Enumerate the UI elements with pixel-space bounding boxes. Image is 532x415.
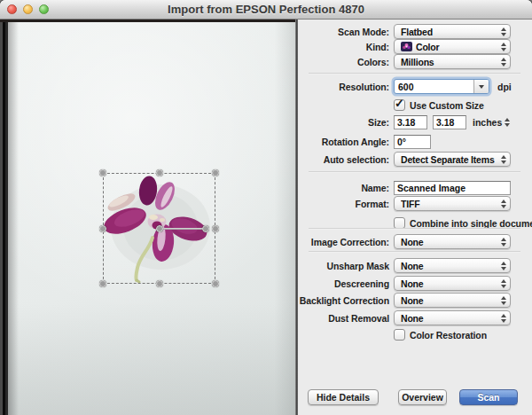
name-label: Name: bbox=[298, 183, 394, 193]
dropdown-arrow-icon bbox=[479, 85, 484, 89]
separator bbox=[309, 73, 520, 74]
unsharp-mask-popup[interactable]: None bbox=[394, 258, 511, 273]
selection-handle-nw[interactable] bbox=[99, 169, 106, 176]
scanner-bed-top-edge bbox=[0, 20, 295, 22]
settings-panel: Scan Mode: Flatbed Kind: bbox=[298, 20, 532, 415]
image-correction-label: Image Correction: bbox=[298, 237, 394, 247]
color-restoration-checkbox[interactable]: ✓ bbox=[394, 329, 405, 341]
dpi-unit-label: dpi bbox=[497, 82, 512, 92]
rotation-angle-field[interactable] bbox=[394, 135, 431, 149]
auto-selection-popup[interactable]: Detect Separate Items bbox=[394, 152, 511, 167]
scan-mode-label: Scan Mode: bbox=[298, 27, 394, 37]
scan-mode-row: Scan Mode: Flatbed bbox=[298, 24, 511, 39]
unit-stepper-icon[interactable] bbox=[505, 118, 510, 127]
popup-stepper-icon bbox=[501, 279, 506, 288]
format-row: Format: TIFF bbox=[298, 196, 511, 211]
kind-popup[interactable]: Color bbox=[394, 39, 511, 54]
popup-stepper-icon bbox=[501, 155, 506, 164]
dust-removal-row: Dust Removal None bbox=[298, 310, 511, 325]
scan-preview-area[interactable] bbox=[0, 20, 295, 415]
dust-removal-popup[interactable]: None bbox=[394, 310, 511, 325]
color-restoration-label: Color Restoration bbox=[410, 330, 487, 341]
dust-removal-label: Dust Removal bbox=[298, 313, 394, 324]
popup-stepper-icon bbox=[501, 43, 506, 51]
selection-handle-w[interactable] bbox=[99, 225, 106, 232]
separator bbox=[309, 171, 520, 173]
window-title: Import from EPSON Perfection 4870 bbox=[0, 0, 532, 19]
selection-handle-n[interactable] bbox=[156, 169, 163, 176]
size-width-field[interactable] bbox=[394, 115, 427, 129]
selection-handle-se[interactable] bbox=[212, 280, 219, 287]
size-height-field[interactable] bbox=[433, 115, 466, 129]
colors-row: Colors: Millions bbox=[298, 54, 511, 69]
selection-handle-s[interactable] bbox=[156, 280, 163, 287]
popup-stepper-icon bbox=[501, 296, 506, 305]
popup-stepper-icon bbox=[501, 27, 506, 36]
selection-rotate-handle[interactable] bbox=[202, 225, 209, 232]
use-custom-size-checkbox[interactable]: ✓ bbox=[394, 99, 405, 111]
hide-details-button[interactable]: Hide Details bbox=[308, 389, 379, 405]
resolution-label: Resolution: bbox=[298, 82, 394, 92]
zoom-icon[interactable] bbox=[39, 4, 49, 14]
separator bbox=[309, 228, 520, 230]
scan-mode-popup[interactable]: Flatbed bbox=[394, 24, 511, 39]
auto-selection-label: Auto selection: bbox=[298, 154, 394, 165]
popup-stepper-icon bbox=[501, 262, 506, 270]
size-row: Size: inches bbox=[298, 114, 510, 129]
selection-handle-sw[interactable] bbox=[99, 280, 106, 287]
resolution-input[interactable] bbox=[395, 80, 473, 93]
close-icon[interactable] bbox=[7, 4, 17, 14]
check-icon: ✓ bbox=[395, 97, 404, 110]
selection-handle-ne[interactable] bbox=[212, 169, 219, 176]
popup-stepper-icon bbox=[501, 200, 506, 208]
name-field[interactable] bbox=[394, 181, 511, 195]
image-correction-popup[interactable]: None bbox=[394, 234, 511, 249]
selection-handle-center[interactable] bbox=[156, 225, 163, 232]
image-correction-row: Image Correction: None bbox=[298, 234, 511, 249]
use-custom-size-label: Use Custom Size bbox=[410, 100, 484, 111]
combine-label: Combine into single document bbox=[410, 218, 532, 229]
color-swatch-icon bbox=[401, 42, 412, 51]
import-window: Import from EPSON Perfection 4870 bbox=[0, 0, 532, 415]
descreening-label: Descreening bbox=[298, 278, 394, 289]
traffic-lights bbox=[7, 4, 49, 14]
size-label: Size: bbox=[298, 117, 394, 128]
descreening-row: Descreening None bbox=[298, 276, 511, 291]
popup-stepper-icon bbox=[501, 58, 506, 67]
backlight-correction-label: Backlight Correction bbox=[298, 295, 394, 306]
resolution-row: Resolution: dpi bbox=[298, 79, 512, 94]
popup-stepper-icon bbox=[501, 314, 506, 323]
unsharp-mask-row: Unsharp Mask None bbox=[298, 258, 511, 273]
minimize-icon[interactable] bbox=[23, 4, 33, 14]
resolution-combo[interactable] bbox=[394, 79, 489, 94]
rotation-angle-label: Rotation Angle: bbox=[298, 137, 394, 147]
colors-popup[interactable]: Millions bbox=[394, 54, 511, 69]
selection-marquee[interactable] bbox=[103, 173, 215, 284]
overview-button[interactable]: Overview bbox=[398, 389, 447, 405]
scanner-bed-left-edge bbox=[0, 20, 8, 415]
use-custom-size-row: ✓ Use Custom Size bbox=[394, 98, 484, 113]
name-row: Name: bbox=[298, 180, 511, 195]
colors-label: Colors: bbox=[298, 57, 394, 67]
size-unit-label: inches bbox=[473, 117, 502, 128]
auto-selection-row: Auto selection: Detect Separate Items bbox=[298, 152, 511, 167]
title-bar[interactable]: Import from EPSON Perfection 4870 bbox=[0, 0, 532, 20]
descreening-popup[interactable]: None bbox=[394, 276, 511, 291]
kind-label: Kind: bbox=[298, 42, 394, 52]
format-popup[interactable]: TIFF bbox=[394, 196, 511, 211]
kind-row: Kind: Color bbox=[298, 39, 511, 54]
color-restoration-row: ✓ Color Restoration bbox=[394, 327, 487, 342]
rotation-line bbox=[159, 228, 206, 230]
format-label: Format: bbox=[298, 199, 394, 209]
selection-handle-e[interactable] bbox=[212, 225, 219, 232]
backlight-correction-popup[interactable]: None bbox=[394, 293, 511, 308]
popup-stepper-icon bbox=[501, 238, 506, 247]
combo-dropdown-button[interactable] bbox=[473, 80, 489, 93]
unsharp-mask-label: Unsharp Mask bbox=[298, 261, 394, 271]
rotation-angle-row: Rotation Angle: bbox=[298, 134, 431, 149]
scanner-edge-shadow bbox=[8, 20, 19, 415]
backlight-correction-row: Backlight Correction None bbox=[298, 293, 511, 308]
scan-button[interactable]: Scan bbox=[459, 389, 518, 405]
separator bbox=[309, 251, 520, 253]
